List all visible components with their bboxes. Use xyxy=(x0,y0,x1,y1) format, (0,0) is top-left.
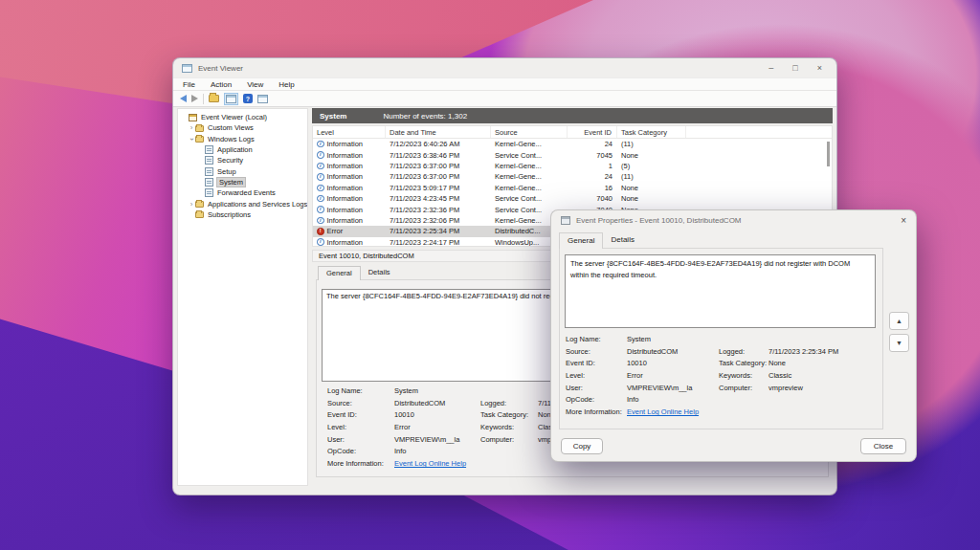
field-label: More Information: xyxy=(327,459,384,468)
field-label: Computer: xyxy=(480,435,514,444)
list-header: Level Date and Time Source Event ID Task… xyxy=(313,126,832,139)
tree-label: Applications and Services Logs xyxy=(208,200,307,209)
previous-event-button[interactable]: ▲ xyxy=(889,312,909,330)
information-icon: i xyxy=(317,185,324,192)
log-icon xyxy=(205,178,213,187)
tree-item-custom-views[interactable]: › Custom Views xyxy=(178,122,307,133)
field-label: Computer: xyxy=(719,384,752,392)
tab-details[interactable]: Details xyxy=(361,266,398,280)
tree-label: Windows Logs xyxy=(208,135,255,143)
tree-label: Security xyxy=(217,156,243,165)
dialog-tab-details[interactable]: Details xyxy=(603,232,641,249)
table-row[interactable]: iInformation 7/11/2023 6:37:00 PM Kernel… xyxy=(313,161,832,171)
field-label: Keywords: xyxy=(480,423,514,431)
event-viewer-app-icon xyxy=(182,64,192,73)
tree-item-apps-services-logs[interactable]: › Applications and Services Logs xyxy=(178,198,307,209)
field-label: Log Name: xyxy=(566,335,601,343)
dialog-event-fields: Log Name: System Source: DistributedCOM … xyxy=(560,335,882,420)
tree-item-security[interactable]: Security xyxy=(178,155,307,165)
event-log-online-help-link[interactable]: Event Log Online Help xyxy=(627,407,699,416)
tree-label-selected: System xyxy=(217,178,245,187)
dialog-close-icon[interactable]: × xyxy=(901,215,906,226)
column-level[interactable]: Level xyxy=(313,126,386,138)
field-label: Task Category: xyxy=(480,410,528,419)
field-label: More Information: xyxy=(566,407,622,416)
close-button[interactable]: × xyxy=(817,64,822,73)
information-icon: i xyxy=(317,195,324,203)
table-row[interactable]: iInformation 7/11/2023 4:23:45 PM Servic… xyxy=(313,193,832,204)
information-icon: i xyxy=(317,173,324,181)
field-label: Logged: xyxy=(480,399,506,407)
panel-title: System xyxy=(320,112,346,121)
column-task-category[interactable]: Task Category xyxy=(617,126,686,138)
column-event-id[interactable]: Event ID xyxy=(568,126,617,138)
field-value: Info xyxy=(394,447,407,455)
tree-label: Forwarded Events xyxy=(217,188,276,197)
tree-item-subscriptions[interactable]: › Subscriptions xyxy=(178,209,307,220)
menu-help[interactable]: Help xyxy=(271,80,301,89)
console-tree-glyph xyxy=(226,95,236,103)
console-tree-icon[interactable] xyxy=(224,93,238,105)
dialog-title: Event Properties - Event 10010, Distribu… xyxy=(576,216,742,225)
tree-item-application[interactable]: Application xyxy=(178,144,307,155)
preview-tabs: General Details xyxy=(318,266,398,280)
vertical-scrollbar[interactable] xyxy=(827,142,830,166)
field-label: Source: xyxy=(566,347,590,356)
tree-item-windows-logs[interactable]: › Windows Logs xyxy=(178,134,307,144)
event-properties-dialog: Event Properties - Event 10010, Distribu… xyxy=(550,209,917,462)
menu-file[interactable]: File xyxy=(175,80,203,89)
maximize-button[interactable]: □ xyxy=(792,64,797,73)
dialog-tab-general[interactable]: General xyxy=(559,232,603,249)
chevron-right-icon[interactable]: › xyxy=(188,123,195,132)
menu-bar: File Action View Help xyxy=(173,77,836,91)
tree-item-setup[interactable]: Setup xyxy=(178,165,307,176)
field-label: User: xyxy=(566,384,583,392)
log-icon xyxy=(205,167,213,176)
open-saved-log-icon[interactable] xyxy=(209,95,219,102)
table-row[interactable]: iInformation 7/11/2023 6:38:46 PM Servic… xyxy=(313,149,832,160)
column-date-time[interactable]: Date and Time xyxy=(386,126,491,138)
tree-item-forwarded-events[interactable]: Forwarded Events xyxy=(178,187,307,198)
back-icon[interactable] xyxy=(180,95,187,102)
column-source[interactable]: Source xyxy=(491,126,568,138)
table-row[interactable]: iInformation 7/11/2023 6:37:00 PM Kernel… xyxy=(313,171,832,182)
field-label: Level: xyxy=(327,423,346,431)
panel-header-bar: System Number of events: 1,302 xyxy=(312,108,833,123)
field-value: DistributedCOM xyxy=(627,347,678,356)
event-log-online-help-link[interactable]: Event Log Online Help xyxy=(394,459,466,468)
close-dialog-button[interactable]: Close xyxy=(860,438,906,454)
tree-item-system[interactable]: System xyxy=(178,177,307,187)
minimize-button[interactable]: – xyxy=(768,64,773,73)
field-value: 10010 xyxy=(627,359,647,367)
help-icon[interactable]: ? xyxy=(243,94,253,103)
down-arrow-icon: ▼ xyxy=(896,340,902,346)
menu-action[interactable]: Action xyxy=(203,80,239,89)
tree-label: Custom Views xyxy=(208,123,254,132)
event-count: Number of events: 1,302 xyxy=(383,112,467,121)
folder-icon xyxy=(195,136,204,143)
dialog-icon xyxy=(561,216,570,225)
folder-icon xyxy=(195,201,204,208)
desktop: Event Viewer – □ × File Action View Help… xyxy=(0,0,980,550)
copy-button[interactable]: Copy xyxy=(561,438,603,454)
field-value: None xyxy=(768,359,786,367)
window-title: Event Viewer xyxy=(198,64,243,73)
field-value: VMPREVIEW\m__la xyxy=(394,435,459,444)
action-pane-icon[interactable] xyxy=(257,95,268,103)
tree-item-event-viewer-local[interactable]: › Event Viewer (Local) xyxy=(178,112,307,122)
console-tree: › Event Viewer (Local) › Custom Views › … xyxy=(177,108,308,486)
information-icon: i xyxy=(317,151,324,159)
event-viewer-node-icon xyxy=(189,114,197,121)
chevron-right-icon[interactable]: › xyxy=(188,200,195,209)
menu-view[interactable]: View xyxy=(239,80,271,89)
table-row[interactable]: iInformation 7/11/2023 5:09:17 PM Kernel… xyxy=(313,183,832,193)
next-event-button[interactable]: ▼ xyxy=(889,334,909,352)
dialog-title-bar[interactable]: Event Properties - Event 10010, Distribu… xyxy=(551,210,916,231)
table-row[interactable]: iInformation 7/12/2023 6:40:26 AM Kernel… xyxy=(313,139,832,149)
field-label: Log Name: xyxy=(327,386,363,395)
field-value: DistributedCOM xyxy=(394,399,445,407)
window-controls: – □ × xyxy=(768,64,828,73)
title-bar[interactable]: Event Viewer – □ × xyxy=(173,58,836,77)
tab-general[interactable]: General xyxy=(318,266,361,280)
forward-icon[interactable] xyxy=(191,95,198,102)
